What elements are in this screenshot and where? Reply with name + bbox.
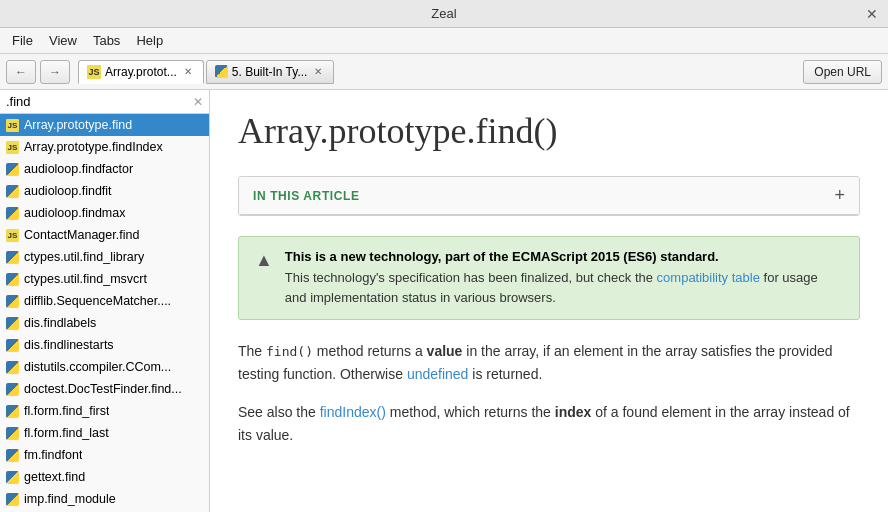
notice-text-before-link: This technology's specification has been… xyxy=(285,270,657,285)
python-icon xyxy=(6,449,19,462)
findindex-link[interactable]: findIndex() xyxy=(320,404,386,420)
js-icon: JS xyxy=(87,65,101,79)
list-item[interactable]: dis.findlinestarts xyxy=(0,334,209,356)
para2-bold: index xyxy=(555,404,592,420)
notice-text: This is a new technology, part of the EC… xyxy=(285,249,843,307)
python-icon xyxy=(6,427,19,440)
python-icon xyxy=(6,273,19,286)
list-item-label: Array.prototype.findIndex xyxy=(24,140,163,154)
list-item[interactable]: distutils.ccompiler.CCom... xyxy=(0,356,209,378)
python-icon xyxy=(215,65,228,78)
tab-js-close[interactable]: ✕ xyxy=(181,65,195,79)
list-item[interactable]: ctypes.util.find_library xyxy=(0,246,209,268)
list-item[interactable]: difflib.SequenceMatcher.... xyxy=(0,290,209,312)
list-item-label: fl.form.find_first xyxy=(24,404,109,418)
tab-py[interactable]: 5. Built-In Ty... ✕ xyxy=(206,60,335,84)
warning-icon: ▲ xyxy=(255,250,273,307)
python-icon xyxy=(6,295,19,308)
list-item[interactable]: gettext.find xyxy=(0,466,209,488)
list-item[interactable]: JSArray.prototype.findIndex xyxy=(0,136,209,158)
list-item[interactable]: fm.findfont xyxy=(0,444,209,466)
list-item-label: ctypes.util.find_library xyxy=(24,250,144,264)
list-item-label: audioloop.findfactor xyxy=(24,162,133,176)
python-icon xyxy=(6,493,19,506)
python-icon xyxy=(6,207,19,220)
list-item[interactable]: audioloop.findfactor xyxy=(0,158,209,180)
list-item-label: gettext.find xyxy=(24,470,85,484)
sidebar: ✕ JSArray.prototype.findJSArray.prototyp… xyxy=(0,90,210,512)
paragraph-2: See also the findIndex() method, which r… xyxy=(238,401,860,446)
python-icon xyxy=(6,163,19,176)
list-item[interactable]: fl.form.find_first xyxy=(0,400,209,422)
para1-end2: is returned. xyxy=(468,366,542,382)
js-icon: JS xyxy=(6,229,19,242)
list-item[interactable]: ctypes.util.find_msvcrt xyxy=(0,268,209,290)
forward-button[interactable]: → xyxy=(40,60,70,84)
menu-file[interactable]: File xyxy=(4,31,41,50)
back-button[interactable]: ← xyxy=(6,60,36,84)
python-icon xyxy=(6,251,19,264)
list-item-label: audioloop.findmax xyxy=(24,206,125,220)
list-item-label: dis.findlinestarts xyxy=(24,338,114,352)
list-item[interactable]: dis.findlabels xyxy=(0,312,209,334)
list-item-label: dis.findlabels xyxy=(24,316,96,330)
main-content: ✕ JSArray.prototype.findJSArray.prototyp… xyxy=(0,90,888,512)
paragraph-1: The find() method returns a value in the… xyxy=(238,340,860,385)
notice-box: ▲ This is a new technology, part of the … xyxy=(238,236,860,320)
page-title: Array.prototype.find() xyxy=(238,110,860,152)
notice-body: This technology's specification has been… xyxy=(285,268,843,307)
menu-help[interactable]: Help xyxy=(128,31,171,50)
sidebar-list: JSArray.prototype.findJSArray.prototype.… xyxy=(0,114,209,512)
list-item-label: ContactManager.find xyxy=(24,228,139,242)
list-item-label: Array.prototype.find xyxy=(24,118,132,132)
python-icon xyxy=(6,405,19,418)
para1-bold: value xyxy=(427,343,463,359)
tab-py-label: 5. Built-In Ty... xyxy=(232,65,308,79)
list-item-label: audioloop.findfit xyxy=(24,184,112,198)
python-icon xyxy=(6,471,19,484)
in-this-article-label: IN THIS ARTICLE xyxy=(253,189,360,203)
window-title: Zeal xyxy=(431,6,456,21)
python-icon xyxy=(6,317,19,330)
list-item[interactable]: JSArray.prototype.find xyxy=(0,114,209,136)
para2-start: See also the xyxy=(238,404,320,420)
js-icon: JS xyxy=(6,119,19,132)
search-box-wrap: ✕ xyxy=(0,90,209,114)
tab-js[interactable]: JS Array.protot... ✕ xyxy=(78,60,204,84)
undefined-link[interactable]: undefined xyxy=(407,366,469,382)
menu-bar: File View Tabs Help xyxy=(0,28,888,54)
list-item[interactable]: JSContactManager.find xyxy=(0,224,209,246)
python-icon xyxy=(6,383,19,396)
list-item[interactable]: audioloop.findmax xyxy=(0,202,209,224)
search-clear-icon[interactable]: ✕ xyxy=(193,95,203,109)
list-item[interactable]: doctest.DocTestFinder.find... xyxy=(0,378,209,400)
list-item[interactable]: audioloop.findfit xyxy=(0,180,209,202)
content-area: Array.prototype.find() IN THIS ARTICLE +… xyxy=(210,90,888,512)
python-icon xyxy=(6,185,19,198)
list-item-label: imp.find_module xyxy=(24,492,116,506)
in-this-article-header: IN THIS ARTICLE + xyxy=(239,177,859,215)
expand-button[interactable]: + xyxy=(834,185,845,206)
notice-bold: This is a new technology, part of the EC… xyxy=(285,249,719,264)
open-url-button[interactable]: Open URL xyxy=(803,60,882,84)
compatibility-table-link[interactable]: compatibility table xyxy=(657,270,760,285)
python-icon xyxy=(6,361,19,374)
list-item-label: difflib.SequenceMatcher.... xyxy=(24,294,171,308)
para1-mid: method returns a xyxy=(313,343,427,359)
list-item-label: fl.form.find_last xyxy=(24,426,109,440)
menu-view[interactable]: View xyxy=(41,31,85,50)
list-item-label: distutils.ccompiler.CCom... xyxy=(24,360,171,374)
list-item[interactable]: imp.find_module xyxy=(0,488,209,510)
tab-py-close[interactable]: ✕ xyxy=(311,65,325,79)
list-item-label: ctypes.util.find_msvcrt xyxy=(24,272,147,286)
python-icon xyxy=(6,339,19,352)
js-icon: JS xyxy=(6,141,19,154)
search-input[interactable] xyxy=(6,94,189,109)
menu-tabs[interactable]: Tabs xyxy=(85,31,128,50)
toolbar: ← → JS Array.protot... ✕ 5. Built-In Ty.… xyxy=(0,54,888,90)
close-button[interactable]: ✕ xyxy=(864,6,880,22)
list-item[interactable]: fl.form.find_last xyxy=(0,422,209,444)
para2-mid: method, which returns the xyxy=(386,404,555,420)
para1-code: find() xyxy=(266,344,313,359)
tab-js-label: Array.protot... xyxy=(105,65,177,79)
